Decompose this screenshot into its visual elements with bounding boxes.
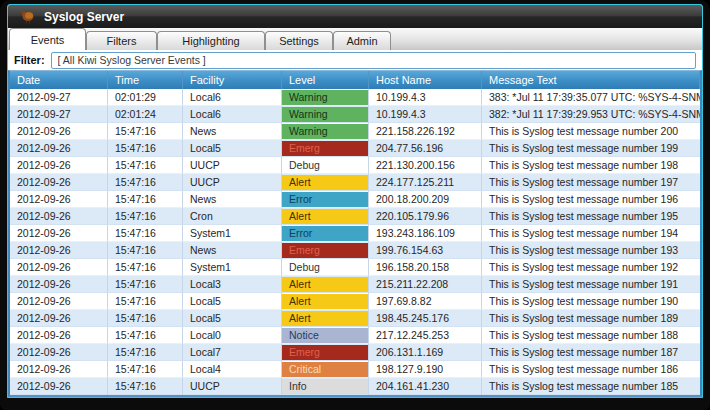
table-row[interactable]: 2012-09-26 15:47:16 Local0 Notice 217.12… — [10, 327, 700, 344]
cell-date: 2012-09-26 — [10, 344, 108, 361]
table-row[interactable]: 2012-09-26 15:47:16 News Emerg 199.76.15… — [10, 242, 700, 259]
kiwi-bird-icon — [18, 9, 35, 24]
cell-level: Alert — [282, 174, 369, 191]
cell-facility: Local5 — [183, 140, 282, 157]
level-badge: Warning — [282, 90, 368, 105]
tab-highlighting[interactable]: Highlighting — [157, 31, 265, 50]
cell-host: 196.158.20.158 — [369, 259, 482, 276]
cell-message: This is Syslog test message number 186 — [482, 361, 700, 378]
tab-events[interactable]: Events — [9, 28, 86, 50]
cell-host: 204.161.41.230 — [369, 378, 482, 395]
level-badge: Emerg — [282, 243, 368, 258]
filter-select[interactable] — [51, 52, 696, 69]
table-row[interactable]: 2012-09-26 15:47:16 Cron Alert 220.105.1… — [10, 208, 700, 225]
table-row[interactable]: 2012-09-26 15:47:16 Local5 Alert 197.69.… — [10, 293, 700, 310]
level-badge: Warning — [282, 124, 368, 139]
table-row[interactable]: 2012-09-27 02:01:29 Local6 Warning 10.19… — [10, 89, 700, 106]
cell-level: Error — [282, 225, 369, 242]
cell-level: Debug — [282, 259, 369, 276]
column-header-facility[interactable]: Facility — [183, 71, 282, 89]
cell-time: 15:47:16 — [108, 378, 183, 395]
cell-host: 197.69.8.82 — [369, 293, 482, 310]
table-row[interactable]: 2012-09-26 15:47:16 News Warning 221.158… — [10, 123, 700, 140]
cell-level: Emerg — [282, 242, 369, 259]
level-badge: Alert — [282, 175, 368, 190]
table-row[interactable]: 2012-09-26 15:47:16 UUCP Alert 224.177.1… — [10, 174, 700, 191]
cell-date: 2012-09-26 — [10, 276, 108, 293]
level-badge: Critical — [282, 362, 368, 377]
table-row[interactable]: 2012-09-26 15:47:16 News Error 200.18.20… — [10, 191, 700, 208]
cell-host: 193.243.186.109 — [369, 225, 482, 242]
cell-date: 2012-09-26 — [10, 140, 108, 157]
cell-message: This is Syslog test message number 191 — [482, 276, 700, 293]
cell-level: Alert — [282, 310, 369, 327]
cell-facility: Local0 — [183, 327, 282, 344]
level-badge: Warning — [282, 107, 368, 122]
tab-label: Events — [31, 34, 65, 46]
tab-strip: Events Filters Highlighting Settings Adm… — [8, 28, 702, 50]
table-row[interactable]: 2012-09-26 15:47:16 Local3 Alert 215.211… — [10, 276, 700, 293]
cell-time: 15:47:16 — [108, 157, 183, 174]
cell-date: 2012-09-26 — [10, 293, 108, 310]
cell-host: 206.131.1.169 — [369, 344, 482, 361]
level-badge: Debug — [282, 260, 368, 275]
level-badge: Notice — [282, 328, 368, 343]
cell-host: 198.45.245.176 — [369, 310, 482, 327]
level-badge: Alert — [282, 209, 368, 224]
tab-label: Settings — [279, 35, 319, 47]
cell-time: 15:47:16 — [108, 123, 183, 140]
table-row[interactable]: 2012-09-26 15:47:16 System1 Error 193.24… — [10, 225, 700, 242]
cell-time: 15:47:16 — [108, 327, 183, 344]
cell-facility: UUCP — [183, 174, 282, 191]
cell-time: 15:47:16 — [108, 225, 183, 242]
table-row[interactable]: 2012-09-26 15:47:16 UUCP Debug 221.130.2… — [10, 157, 700, 174]
cell-facility: UUCP — [183, 157, 282, 174]
cell-level: Alert — [282, 276, 369, 293]
window-title: Syslog Server — [44, 10, 124, 24]
cell-time: 15:47:16 — [108, 293, 183, 310]
cell-message: 382: *Jul 11 17:39:29.953 UTC: %SYS-4-SN… — [482, 106, 700, 123]
tab-settings[interactable]: Settings — [265, 31, 333, 50]
cell-message: This is Syslog test message number 196 — [482, 191, 700, 208]
tab-filters[interactable]: Filters — [86, 31, 157, 50]
table-row[interactable]: 2012-09-26 15:47:16 Local4 Critical 198.… — [10, 361, 700, 378]
cell-date: 2012-09-26 — [10, 310, 108, 327]
table-row[interactable]: 2012-09-26 15:47:16 Local5 Alert 198.45.… — [10, 310, 700, 327]
cell-host: 220.105.179.96 — [369, 208, 482, 225]
cell-facility: News — [183, 191, 282, 208]
column-header-host[interactable]: Host Name — [369, 71, 482, 89]
cell-date: 2012-09-27 — [10, 106, 108, 123]
cell-date: 2012-09-26 — [10, 378, 108, 395]
table-row[interactable]: 2012-09-26 15:47:16 Local5 Emerg 204.77.… — [10, 140, 700, 157]
cell-host: 200.18.200.209 — [369, 191, 482, 208]
column-header-message[interactable]: Message Text — [482, 71, 700, 89]
cell-message: This is Syslog test message number 192 — [482, 259, 700, 276]
cell-facility: System1 — [183, 225, 282, 242]
cell-level: Warning — [282, 106, 369, 123]
cell-host: 221.130.200.156 — [369, 157, 482, 174]
cell-facility: Local6 — [183, 106, 282, 123]
column-header-date[interactable]: Date — [10, 71, 108, 89]
cell-facility: Local4 — [183, 361, 282, 378]
cell-time: 15:47:16 — [108, 361, 183, 378]
cell-host: 10.199.4.3 — [369, 89, 482, 106]
table-row[interactable]: 2012-09-26 15:47:16 System1 Debug 196.15… — [10, 259, 700, 276]
cell-message: This is Syslog test message number 193 — [482, 242, 700, 259]
table-body: 2012-09-27 02:01:29 Local6 Warning 10.19… — [10, 89, 700, 395]
cell-time: 15:47:16 — [108, 140, 183, 157]
cell-host: 10.199.4.3 — [369, 106, 482, 123]
table-row[interactable]: 2012-09-26 15:47:16 Local7 Emerg 206.131… — [10, 344, 700, 361]
column-header-level[interactable]: Level — [282, 71, 369, 89]
cell-facility: System1 — [183, 259, 282, 276]
table-row[interactable]: 2012-09-26 15:47:16 UUCP Info 204.161.41… — [10, 378, 700, 395]
cell-message: This is Syslog test message number 190 — [482, 293, 700, 310]
cell-facility: Cron — [183, 208, 282, 225]
cell-level: Alert — [282, 208, 369, 225]
tab-label: Filters — [107, 35, 137, 47]
cell-host: 224.177.125.211 — [369, 174, 482, 191]
column-header-time[interactable]: Time — [108, 71, 183, 89]
level-badge: Emerg — [282, 345, 368, 360]
tab-admin[interactable]: Admin — [333, 31, 391, 50]
cell-host: 199.76.154.63 — [369, 242, 482, 259]
table-row[interactable]: 2012-09-27 02:01:24 Local6 Warning 10.19… — [10, 106, 700, 123]
